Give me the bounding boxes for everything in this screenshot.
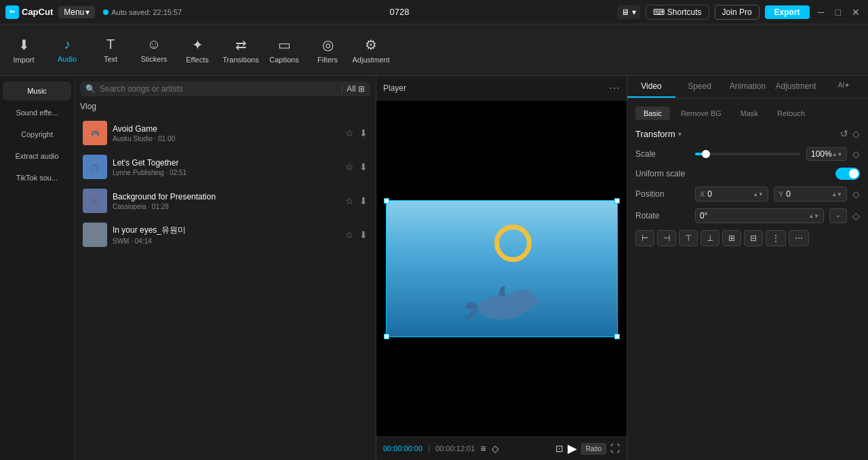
align-center-h-button[interactable]: ⊣ <box>657 230 676 246</box>
right-content: Basic Remove BG Mask Retouch Transform ▾… <box>627 98 868 460</box>
tool-effects[interactable]: ✦ Effects <box>176 27 218 73</box>
song-meta: Lynne Publishing · 02:51 <box>113 169 340 176</box>
minimize-button[interactable]: ─ <box>815 7 827 18</box>
stickers-icon: ☺ <box>147 37 161 52</box>
mirror-button[interactable]: - <box>829 208 847 223</box>
search-bar[interactable]: 🔍 All ⊞ <box>80 81 370 96</box>
position-label: Position <box>635 189 690 199</box>
transform-title: Transform ▾ <box>635 129 682 139</box>
player-section: Player ⋯ <box>376 76 627 460</box>
player-title: Player <box>383 83 406 93</box>
subtab-mask[interactable]: Mask <box>732 107 766 120</box>
search-input[interactable] <box>100 84 338 94</box>
tool-import[interactable]: ⬇ Import <box>3 27 45 73</box>
sidebar-item-extract-audio[interactable]: Extract audio <box>3 147 71 166</box>
monitor-selector[interactable]: 🖥 ▾ <box>617 5 640 19</box>
position-x-input[interactable]: X 0 ▲▼ <box>695 187 768 202</box>
effects-icon: ✦ <box>192 37 203 53</box>
align-top-button[interactable]: ⊥ <box>701 230 719 246</box>
download-button[interactable]: ⬇ <box>359 195 368 206</box>
tab-adjustment[interactable]: Adjustment <box>772 76 820 98</box>
tab-ai[interactable]: AI✦ <box>820 76 868 98</box>
play-button[interactable]: ▶ <box>568 441 577 456</box>
section-title: Vlog <box>80 102 370 111</box>
sidebar-item-music[interactable]: Music <box>3 81 71 100</box>
scale-slider[interactable] <box>695 153 801 155</box>
song-info: Let's Get Together Lynne Publishing · 02… <box>113 158 340 176</box>
autosave-dot <box>103 9 108 15</box>
sidebar-item-tiktok[interactable]: TikTok sou... <box>3 168 71 187</box>
list-item[interactable]: 🎮 Avoid Game Ausku Studio · 01:00 ☆ ⬇ <box>80 117 370 149</box>
right-tab-bar: Video Speed Animation Adjustment AI✦ <box>627 76 868 98</box>
subtab-basic[interactable]: Basic <box>635 107 670 120</box>
uniform-scale-toggle[interactable] <box>835 168 860 180</box>
tool-adjustment[interactable]: ⚙ Adjustment <box>350 27 392 73</box>
sidebar-item-copyright[interactable]: Copyright <box>3 125 71 144</box>
subtab-removebg[interactable]: Remove BG <box>673 107 730 120</box>
tab-speed[interactable]: Speed <box>675 76 724 98</box>
crop-button[interactable]: ⊡ <box>555 443 564 454</box>
position-y-input[interactable]: Y 0 ▲▼ <box>774 187 847 202</box>
list-item[interactable]: 🎵 Let's Get Together Lynne Publishing · … <box>80 151 370 183</box>
current-time: 00:00:00:00 <box>383 444 422 453</box>
list-item[interactable]: 🎼 Background for Presentation Cassiopeia… <box>80 185 370 217</box>
sub-tab-bar: Basic Remove BG Mask Retouch <box>635 107 860 120</box>
tab-video[interactable]: Video <box>627 76 675 98</box>
fullscreen-button[interactable]: ⛶ <box>610 443 620 454</box>
sidebar-item-sound-effects[interactable]: Sound effe... <box>3 103 71 122</box>
song-actions: ☆ ⬇ <box>345 229 368 240</box>
position-keyframe-button[interactable]: ◇ <box>852 189 860 199</box>
rotate-keyframe-button[interactable]: ◇ <box>852 210 860 221</box>
project-id: 0728 <box>187 7 612 17</box>
align-right-button[interactable]: ⊤ <box>679 230 698 246</box>
keyframe-button[interactable]: ◇ <box>492 443 499 454</box>
ratio-button[interactable]: Ratio <box>581 443 606 455</box>
align-center-v-button[interactable]: ⊞ <box>722 230 741 246</box>
song-actions: ☆ ⬇ <box>345 195 368 206</box>
align-bottom-button[interactable]: ⊟ <box>744 230 763 246</box>
shortcuts-button[interactable]: ⌨ Shortcuts <box>646 5 709 20</box>
distribute-v-button[interactable]: ⋯ <box>789 230 809 246</box>
favorite-button[interactable]: ☆ <box>345 229 354 240</box>
favorite-button[interactable]: ☆ <box>345 128 354 138</box>
distribute-h-button[interactable]: ⋮ <box>766 230 786 246</box>
tool-captions[interactable]: ▭ Captions <box>263 27 305 73</box>
player-menu-button[interactable]: ⋯ <box>609 81 620 94</box>
timeline-view-button[interactable]: ≡ <box>480 443 486 454</box>
favorite-button[interactable]: ☆ <box>345 161 354 172</box>
right-panel: Video Speed Animation Adjustment AI✦ Bas… <box>627 76 868 460</box>
align-left-button[interactable]: ⊢ <box>635 230 654 246</box>
tool-filters[interactable]: ◎ Filters <box>307 27 349 73</box>
player-header: Player ⋯ <box>376 76 627 100</box>
menu-button[interactable]: Menu ▾ <box>58 6 95 18</box>
download-button[interactable]: ⬇ <box>359 229 368 240</box>
maximize-button[interactable]: □ <box>833 7 844 18</box>
favorite-button[interactable]: ☆ <box>345 195 354 206</box>
scale-value[interactable]: 100% ▲▼ <box>806 147 847 161</box>
download-button[interactable]: ⬇ <box>359 128 368 138</box>
topbar: ✂ CapCut Menu ▾ Auto saved: 22:15:57 072… <box>0 0 868 24</box>
tab-animation[interactable]: Animation <box>724 76 772 98</box>
rotate-input[interactable]: 0° ▲▼ <box>695 208 824 223</box>
joinpro-button[interactable]: Join Pro <box>715 5 760 20</box>
diamond-button[interactable]: ◇ <box>852 128 860 139</box>
tool-text[interactable]: T Text <box>90 27 132 73</box>
song-meta: Ausku Studio · 01:00 <box>113 135 340 142</box>
song-title: In your eyes_유원미 <box>113 225 340 236</box>
reset-button[interactable]: ↺ <box>840 128 848 139</box>
scale-slider-thumb[interactable] <box>702 150 710 158</box>
captions-icon: ▭ <box>278 37 291 53</box>
transitions-icon: ⇄ <box>235 37 247 53</box>
list-item[interactable]: ♬ In your eyes_유원미 SWM · 04:14 ☆ ⬇ <box>80 218 370 251</box>
subtab-retouch[interactable]: Retouch <box>769 107 813 120</box>
tool-stickers[interactable]: ☺ Stickers <box>133 27 175 73</box>
export-button[interactable]: Export <box>765 5 810 19</box>
dolphin <box>461 260 542 330</box>
scale-keyframe-button[interactable]: ◇ <box>852 149 860 159</box>
all-filter-button[interactable]: All ⊞ <box>342 84 365 94</box>
download-button[interactable]: ⬇ <box>359 161 368 172</box>
song-thumbnail: ♬ <box>83 223 107 247</box>
tool-transitions[interactable]: ⇄ Transitions <box>220 27 262 73</box>
tool-audio[interactable]: ♪ Audio <box>46 27 88 73</box>
close-button[interactable]: ✕ <box>849 7 863 18</box>
